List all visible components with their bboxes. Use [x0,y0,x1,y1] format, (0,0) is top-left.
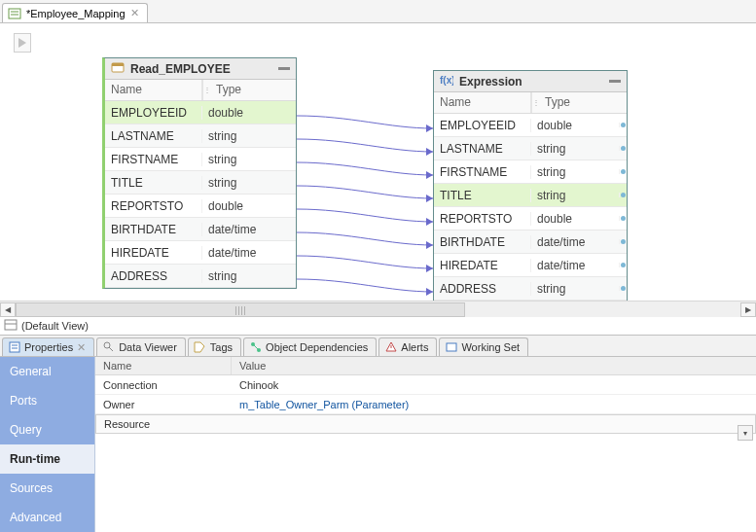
port-dot-icon [621,286,626,291]
close-icon[interactable]: ✕ [130,7,139,19]
output-port[interactable] [619,146,627,151]
port-row[interactable]: TITLEstring [105,171,296,195]
bottom-tabbar: Properties ✕ Data Viewer Tags Object Dep… [0,336,756,357]
port-name: TITLE [105,176,202,190]
run-button[interactable] [14,33,31,53]
port-type: string [531,189,619,202]
svg-marker-9 [426,241,433,249]
tab-data-viewer[interactable]: Data Viewer [96,337,186,356]
svg-rect-0 [9,9,20,18]
horizontal-scrollbar[interactable]: ◀ ▶ [0,301,756,317]
svg-marker-7 [426,195,433,202]
port-name: HIREDATE [434,259,531,272]
output-port[interactable] [619,169,627,174]
editor-tab-title: *Employee_Mapping [26,8,126,19]
svg-marker-11 [426,288,433,296]
output-port[interactable] [619,286,627,291]
port-type: date/time [531,235,619,249]
tab-tags[interactable]: Tags [188,337,241,356]
port-dot-icon [621,263,626,267]
port-name: FIRSTNAME [434,165,531,179]
scroll-left-icon[interactable]: ◀ [0,302,16,317]
tab-label: Data Viewer [119,341,177,353]
header-handle-icon[interactable]: ⋮ [531,92,539,113]
port-type: string [531,142,619,156]
scroll-right-icon[interactable]: ▶ [740,302,756,317]
sidebar-item-run-time[interactable]: Run-time [0,444,94,474]
node-read-employee[interactable]: Read_EMPLOYEE Name ⋮ Type EMPLOYEEIDdoub… [102,57,297,289]
close-icon[interactable]: ✕ [77,341,86,354]
properties-sidebar: GeneralPortsQueryRun-timeSourcesAdvanced [0,357,95,532]
tab-properties[interactable]: Properties ✕ [2,337,94,356]
port-dot-icon [621,123,626,127]
property-name: Resource [96,418,233,430]
svg-text:f(x): f(x) [440,75,453,86]
port-row[interactable]: FIRSTNAMEstring [105,148,296,171]
tab-alerts[interactable]: Alerts [378,337,437,356]
property-row[interactable]: Ownerm_Table_Owner_Parm (Parameter) [95,395,756,414]
node-column-headers: Name ⋮ Type [434,92,627,114]
tab-working-set[interactable]: Working Set [439,337,528,356]
node-titlebar[interactable]: f(x) Expression [434,71,627,92]
output-port[interactable] [619,193,627,197]
sidebar-item-general[interactable]: General [0,357,94,386]
port-row[interactable]: FIRSTNAMEstring [434,160,627,184]
port-dot-icon [621,146,626,151]
view-icon[interactable] [4,318,18,334]
port-row[interactable]: EMPLOYEEIDdouble [105,101,296,124]
node-expression[interactable]: f(x) Expression Name ⋮ Type EMPLOYEEIDdo… [433,70,628,301]
output-port[interactable] [619,263,627,267]
output-port[interactable] [619,239,627,244]
port-type: string [202,153,296,166]
port-row[interactable]: ADDRESSstring [105,265,296,288]
port-row[interactable]: LASTNAMEstring [434,137,627,160]
col-type-header: Type [539,92,627,113]
editor-tab-employee-mapping[interactable]: *Employee_Mapping ✕ [2,3,148,22]
scrollbar-thumb[interactable] [16,302,465,317]
property-row[interactable]: ConnectionChinook [95,375,756,395]
output-port[interactable] [619,216,627,221]
port-name: ADDRESS [105,269,202,283]
port-row[interactable]: ADDRESSstring [434,277,627,301]
port-name: ADDRESS [434,282,531,296]
minimize-icon[interactable] [609,80,621,83]
port-type: date/time [202,246,296,260]
properties-content: Name Value ConnectionChinookOwnerm_Table… [95,357,756,532]
port-row[interactable]: BIRTHDATEdate/time [434,231,627,254]
port-dot-icon [621,216,626,221]
node-column-headers: Name ⋮ Type [105,80,296,101]
dropdown-icon[interactable]: ▾ [738,425,753,441]
expression-icon: f(x) [440,73,453,89]
sidebar-item-advanced[interactable]: Advanced [0,503,94,532]
port-dot-icon [621,239,626,244]
sidebar-item-sources[interactable]: Sources [0,474,94,503]
svg-rect-17 [10,342,19,352]
port-row[interactable]: BIRTHDATEdate/time [105,218,296,241]
sidebar-item-query[interactable]: Query [0,415,94,444]
mapping-canvas[interactable]: Read_EMPLOYEE Name ⋮ Type EMPLOYEEIDdoub… [0,23,756,301]
default-view-label[interactable]: (Default View) [21,320,89,332]
tab-object-dependencies[interactable]: Object Dependencies [243,337,377,356]
port-type: date/time [202,223,296,236]
port-row[interactable]: HIREDATEdate/time [105,241,296,265]
properties-panel: GeneralPortsQueryRun-timeSourcesAdvanced… [0,357,756,532]
minimize-icon[interactable] [278,67,290,70]
sidebar-item-ports[interactable]: Ports [0,386,94,415]
port-row[interactable]: HIREDATEdate/time [434,254,627,277]
header-handle-icon[interactable]: ⋮ [202,80,210,100]
property-value[interactable]: m_Table_Owner_Parm (Parameter) [232,399,756,410]
port-row[interactable]: REPORTSTOdouble [434,207,627,231]
port-row[interactable]: REPORTSTOdouble [105,195,296,218]
svg-rect-13 [112,63,124,66]
output-port[interactable] [619,123,627,127]
port-row[interactable]: LASTNAMEstring [105,124,296,148]
property-value[interactable]: Chinook [232,379,756,391]
node-titlebar[interactable]: Read_EMPLOYEE [105,58,296,80]
port-row[interactable]: EMPLOYEEIDdouble [434,114,627,137]
properties-icon [8,341,20,354]
port-row[interactable]: TITLEstring [434,184,627,207]
scrollbar-track[interactable] [16,302,740,317]
property-row[interactable]: Resource▾ [95,414,756,434]
editor-tabbar: *Employee_Mapping ✕ [0,0,756,23]
port-name: EMPLOYEEID [105,106,202,120]
